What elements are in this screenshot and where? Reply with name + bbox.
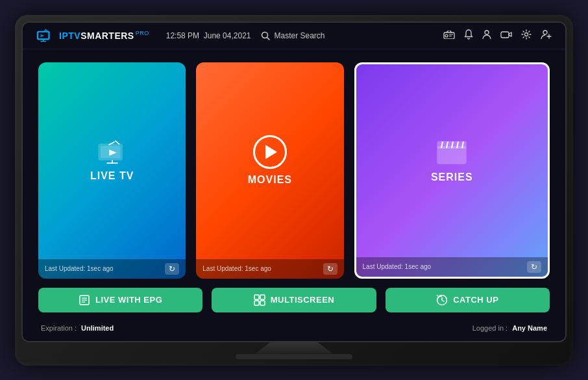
live-tv-card[interactable]: LIVE TV Last Updated: 1sec ago ↻ — [38, 62, 186, 279]
multiscreen-button[interactable]: MULTISCREEN — [212, 288, 376, 312]
logged-label: Logged in : — [472, 324, 508, 332]
radio-icon[interactable] — [443, 30, 455, 41]
svg-line-8 — [267, 37, 270, 40]
tv-screen: IPTVSMARTERSPRO 12:58 PM June 04,2021 Ma… — [21, 21, 567, 342]
svg-rect-29 — [437, 147, 466, 164]
play-triangle — [265, 145, 277, 159]
logo-text: IPTVSMARTERSPRO — [59, 30, 149, 41]
expiration-info: Expiration : Unlimited — [41, 324, 114, 332]
movies-card-body: MOVIES — [196, 62, 343, 259]
live-tv-title: LIVE TV — [90, 170, 134, 182]
series-footer: Last Updated: 1sec ago ↻ — [356, 257, 548, 277]
series-title: SERIES — [431, 171, 473, 183]
series-refresh-button[interactable]: ↻ — [527, 261, 541, 273]
grid-icon — [254, 294, 265, 306]
bell-icon[interactable] — [464, 29, 473, 42]
svg-rect-41 — [260, 295, 265, 299]
series-card[interactable]: SERIES Last Updated: 1sec ago ↻ — [354, 62, 550, 279]
main-content: LIVE TV Last Updated: 1sec ago ↻ MOVIES — [23, 49, 565, 341]
clock-icon — [436, 294, 448, 306]
live-tv-updated: Last Updated: 1sec ago — [45, 265, 114, 272]
logo-pro: PRO — [136, 30, 149, 36]
svg-point-15 — [485, 31, 489, 34]
header-icons — [443, 29, 552, 42]
svg-point-19 — [543, 31, 547, 34]
live-with-epg-button[interactable]: LIVE WITH EPG — [38, 288, 202, 312]
search-button[interactable]: Master Search — [261, 31, 325, 40]
live-tv-card-body: LIVE TV — [38, 62, 186, 259]
svg-rect-40 — [254, 295, 259, 299]
logo: IPTVSMARTERSPRO — [36, 28, 149, 44]
tv-frame: IPTVSMARTERSPRO 12:58 PM June 04,2021 Ma… — [15, 15, 573, 366]
search-label: Master Search — [274, 31, 325, 40]
movies-updated: Last Updated: 1sec ago — [202, 265, 271, 272]
header: IPTVSMARTERSPRO 12:58 PM June 04,2021 Ma… — [23, 23, 565, 49]
movies-card[interactable]: MOVIES Last Updated: 1sec ago ↻ — [196, 62, 343, 279]
multiscreen-label: MULTISCREEN — [271, 295, 334, 305]
camera-icon[interactable] — [500, 30, 512, 41]
svg-rect-43 — [260, 301, 265, 305]
header-time: 12:58 PM June 04,2021 — [166, 31, 251, 40]
movies-refresh-button[interactable]: ↻ — [323, 263, 337, 275]
tv-base — [236, 354, 352, 359]
cards-row: LIVE TV Last Updated: 1sec ago ↻ MOVIES — [38, 62, 550, 279]
live-tv-icon — [97, 139, 128, 165]
series-card-body: SERIES — [356, 64, 548, 257]
catch-up-label: CATCH UP — [453, 295, 498, 305]
series-updated: Last Updated: 1sec ago — [363, 263, 432, 270]
catch-up-button[interactable]: CATCH UP — [386, 288, 550, 312]
user-add-icon[interactable] — [541, 29, 552, 42]
book-icon — [79, 294, 90, 306]
user-icon[interactable] — [482, 29, 491, 42]
svg-rect-16 — [501, 32, 509, 38]
svg-point-10 — [445, 34, 448, 37]
bottom-action-row: LIVE WITH EPG MULTISCREEN — [38, 288, 550, 312]
series-clapper-icon — [435, 138, 469, 166]
expiration-label: Expiration : — [41, 324, 77, 332]
movies-play-icon — [253, 135, 287, 169]
footer-info: Expiration : Unlimited Logged in : Any N… — [38, 322, 550, 335]
logo-smarters: SMARTERS — [80, 31, 134, 41]
movies-title: MOVIES — [248, 174, 292, 186]
svg-point-18 — [525, 33, 528, 36]
search-icon — [261, 31, 270, 40]
svg-rect-42 — [254, 301, 259, 305]
live-tv-footer: Last Updated: 1sec ago ↻ — [38, 259, 186, 279]
tv-stand — [255, 342, 333, 354]
expiration-value: Unlimited — [81, 324, 114, 332]
live-epg-label: LIVE WITH EPG — [95, 295, 162, 305]
settings-icon[interactable] — [521, 29, 532, 42]
login-info: Logged in : Any Name — [472, 324, 547, 332]
movies-footer: Last Updated: 1sec ago ↻ — [196, 259, 343, 279]
logged-value: Any Name — [512, 324, 547, 332]
logo-iptv: IPTV — [59, 31, 80, 41]
live-tv-refresh-button[interactable]: ↻ — [165, 263, 179, 275]
svg-line-46 — [442, 300, 444, 301]
